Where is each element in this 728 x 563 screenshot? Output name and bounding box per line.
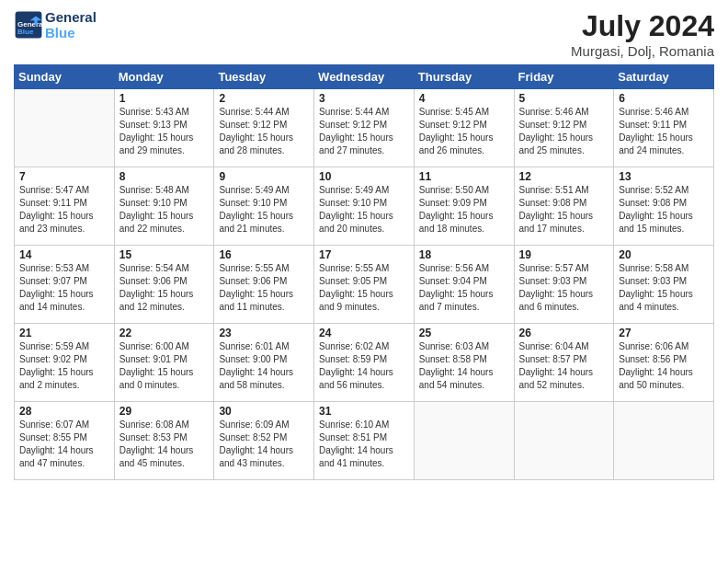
day-info: Sunrise: 5:47 AMSunset: 9:11 PMDaylight:… — [19, 184, 109, 236]
calendar-cell: 9Sunrise: 5:49 AMSunset: 9:10 PMDaylight… — [214, 167, 314, 246]
week-row-5: 28Sunrise: 6:07 AMSunset: 8:55 PMDayligh… — [15, 402, 714, 480]
day-number: 3 — [319, 92, 409, 105]
calendar-cell: 1Sunrise: 5:43 AMSunset: 9:13 PMDaylight… — [114, 89, 214, 167]
weekday-header-friday: Friday — [514, 65, 614, 89]
day-number: 27 — [619, 327, 709, 339]
day-info: Sunrise: 6:03 AMSunset: 8:58 PMDaylight:… — [419, 340, 509, 392]
calendar-cell: 30Sunrise: 6:09 AMSunset: 8:52 PMDayligh… — [214, 402, 314, 480]
calendar-cell — [614, 402, 714, 480]
day-info: Sunrise: 5:55 AMSunset: 9:06 PMDaylight:… — [219, 262, 309, 314]
day-info: Sunrise: 5:43 AMSunset: 9:13 PMDaylight:… — [119, 106, 210, 157]
weekday-header-row: SundayMondayTuesdayWednesdayThursdayFrid… — [15, 65, 714, 89]
calendar-cell: 4Sunrise: 5:45 AMSunset: 9:12 PMDaylight… — [414, 89, 514, 167]
day-info: Sunrise: 5:44 AMSunset: 9:12 PMDaylight:… — [219, 106, 309, 157]
calendar-cell: 22Sunrise: 6:00 AMSunset: 9:01 PMDayligh… — [114, 324, 214, 402]
calendar-cell: 18Sunrise: 5:56 AMSunset: 9:04 PMDayligh… — [414, 246, 514, 324]
day-number: 7 — [19, 170, 109, 183]
day-info: Sunrise: 5:46 AMSunset: 9:12 PMDaylight:… — [519, 106, 609, 157]
day-info: Sunrise: 5:58 AMSunset: 9:03 PMDaylight:… — [619, 262, 709, 314]
day-info: Sunrise: 6:07 AMSunset: 8:55 PMDaylight:… — [19, 419, 109, 470]
day-info: Sunrise: 6:09 AMSunset: 8:52 PMDaylight:… — [219, 419, 309, 470]
week-row-2: 7Sunrise: 5:47 AMSunset: 9:11 PMDaylight… — [15, 167, 714, 246]
day-number: 1 — [119, 92, 210, 105]
day-info: Sunrise: 6:08 AMSunset: 8:53 PMDaylight:… — [119, 419, 210, 470]
calendar-cell: 20Sunrise: 5:58 AMSunset: 9:03 PMDayligh… — [614, 246, 714, 324]
calendar-cell — [414, 402, 514, 480]
day-info: Sunrise: 5:54 AMSunset: 9:06 PMDaylight:… — [119, 262, 210, 314]
day-number: 12 — [519, 170, 609, 183]
weekday-header-tuesday: Tuesday — [214, 65, 314, 89]
day-info: Sunrise: 5:59 AMSunset: 9:02 PMDaylight:… — [19, 340, 109, 392]
calendar-cell: 26Sunrise: 6:04 AMSunset: 8:57 PMDayligh… — [514, 324, 614, 402]
day-number: 23 — [219, 327, 309, 339]
day-number: 25 — [419, 327, 509, 339]
day-number: 17 — [319, 248, 409, 261]
calendar-cell: 23Sunrise: 6:01 AMSunset: 9:00 PMDayligh… — [214, 324, 314, 402]
calendar-cell: 19Sunrise: 5:57 AMSunset: 9:03 PMDayligh… — [514, 246, 614, 324]
calendar-cell: 28Sunrise: 6:07 AMSunset: 8:55 PMDayligh… — [15, 402, 115, 480]
calendar-cell — [15, 89, 115, 167]
calendar-cell: 31Sunrise: 6:10 AMSunset: 8:51 PMDayligh… — [314, 402, 415, 480]
location-subtitle: Murgasi, Dolj, Romania — [571, 43, 714, 59]
calendar-cell: 24Sunrise: 6:02 AMSunset: 8:59 PMDayligh… — [314, 324, 415, 402]
day-number: 9 — [219, 170, 309, 183]
calendar-cell: 21Sunrise: 5:59 AMSunset: 9:02 PMDayligh… — [15, 324, 115, 402]
calendar-cell: 27Sunrise: 6:06 AMSunset: 8:56 PMDayligh… — [614, 324, 714, 402]
day-number: 30 — [219, 405, 309, 418]
calendar-cell — [514, 402, 614, 480]
day-number: 16 — [219, 248, 309, 261]
day-number: 13 — [619, 170, 709, 183]
day-info: Sunrise: 5:44 AMSunset: 9:12 PMDaylight:… — [319, 106, 409, 157]
day-number: 6 — [619, 92, 709, 105]
calendar-cell: 11Sunrise: 5:50 AMSunset: 9:09 PMDayligh… — [414, 167, 514, 246]
day-info: Sunrise: 5:46 AMSunset: 9:11 PMDaylight:… — [619, 106, 709, 157]
week-row-4: 21Sunrise: 5:59 AMSunset: 9:02 PMDayligh… — [15, 324, 714, 402]
weekday-header-thursday: Thursday — [414, 65, 514, 89]
day-info: Sunrise: 5:45 AMSunset: 9:12 PMDaylight:… — [419, 106, 509, 157]
day-number: 15 — [119, 248, 210, 261]
calendar-cell: 8Sunrise: 5:48 AMSunset: 9:10 PMDaylight… — [114, 167, 214, 246]
day-number: 4 — [419, 92, 509, 105]
logo-general: General — [45, 9, 97, 25]
day-info: Sunrise: 5:50 AMSunset: 9:09 PMDaylight:… — [419, 184, 509, 236]
day-info: Sunrise: 6:10 AMSunset: 8:51 PMDaylight:… — [319, 419, 409, 470]
month-year-title: July 2024 — [571, 9, 714, 43]
calendar-cell: 5Sunrise: 5:46 AMSunset: 9:12 PMDaylight… — [514, 89, 614, 167]
day-info: Sunrise: 6:06 AMSunset: 8:56 PMDaylight:… — [619, 340, 709, 392]
header: General Blue General Blue July 2024 Murg… — [14, 9, 714, 59]
calendar-cell: 13Sunrise: 5:52 AMSunset: 9:08 PMDayligh… — [614, 167, 714, 246]
day-info: Sunrise: 5:53 AMSunset: 9:07 PMDaylight:… — [19, 262, 109, 314]
day-number: 10 — [319, 170, 409, 183]
weekday-header-wednesday: Wednesday — [314, 65, 415, 89]
calendar-cell: 16Sunrise: 5:55 AMSunset: 9:06 PMDayligh… — [214, 246, 314, 324]
day-number: 8 — [119, 170, 210, 183]
day-number: 22 — [119, 327, 210, 339]
calendar-table: SundayMondayTuesdayWednesdayThursdayFrid… — [14, 64, 714, 480]
day-number: 20 — [619, 248, 709, 261]
day-number: 26 — [519, 327, 609, 339]
day-info: Sunrise: 6:01 AMSunset: 9:00 PMDaylight:… — [219, 340, 309, 392]
day-info: Sunrise: 5:52 AMSunset: 9:08 PMDaylight:… — [619, 184, 709, 236]
calendar-cell: 10Sunrise: 5:49 AMSunset: 9:10 PMDayligh… — [314, 167, 415, 246]
svg-text:Blue: Blue — [17, 29, 34, 37]
calendar-cell: 15Sunrise: 5:54 AMSunset: 9:06 PMDayligh… — [114, 246, 214, 324]
day-info: Sunrise: 6:00 AMSunset: 9:01 PMDaylight:… — [119, 340, 210, 392]
day-number: 14 — [19, 248, 109, 261]
calendar-cell: 6Sunrise: 5:46 AMSunset: 9:11 PMDaylight… — [614, 89, 714, 167]
day-number: 19 — [519, 248, 609, 261]
calendar-page: General Blue General Blue July 2024 Murg… — [0, 0, 728, 563]
logo-icon: General Blue — [14, 10, 43, 40]
calendar-cell: 25Sunrise: 6:03 AMSunset: 8:58 PMDayligh… — [414, 324, 514, 402]
calendar-cell: 29Sunrise: 6:08 AMSunset: 8:53 PMDayligh… — [114, 402, 214, 480]
day-number: 21 — [19, 327, 109, 339]
day-number: 29 — [119, 405, 210, 418]
day-number: 18 — [419, 248, 509, 261]
logo-blue: Blue — [45, 25, 97, 40]
day-info: Sunrise: 5:56 AMSunset: 9:04 PMDaylight:… — [419, 262, 509, 314]
calendar-cell: 12Sunrise: 5:51 AMSunset: 9:08 PMDayligh… — [514, 167, 614, 246]
day-number: 5 — [519, 92, 609, 105]
day-info: Sunrise: 5:51 AMSunset: 9:08 PMDaylight:… — [519, 184, 609, 236]
weekday-header-saturday: Saturday — [614, 65, 714, 89]
day-number: 24 — [319, 327, 409, 339]
calendar-header: SundayMondayTuesdayWednesdayThursdayFrid… — [15, 65, 714, 89]
